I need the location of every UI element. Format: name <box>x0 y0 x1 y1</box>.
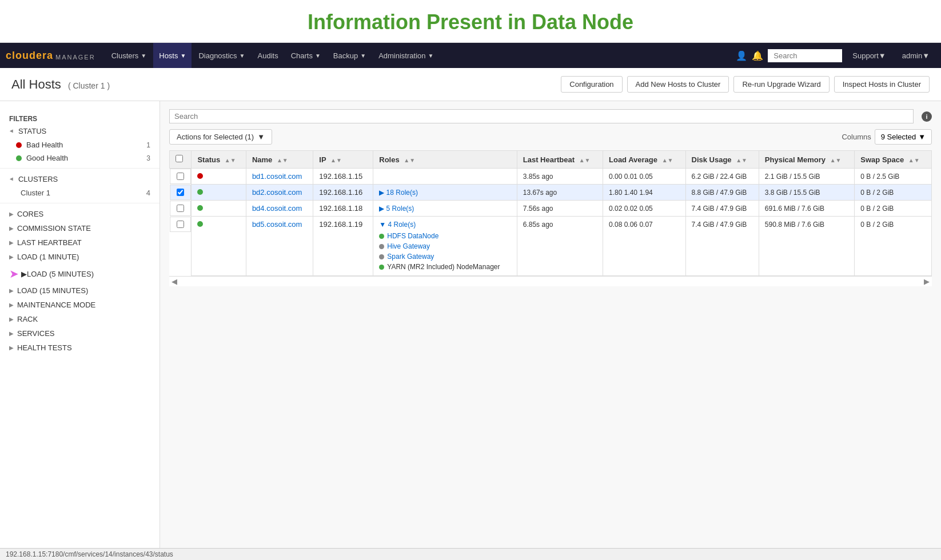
role-yarn-dot <box>379 265 384 270</box>
user-icon[interactable]: 👤 <box>736 50 747 61</box>
filter-good-health[interactable]: Good Health 3 <box>0 151 160 165</box>
row2-checkbox[interactable] <box>177 189 184 196</box>
search-input[interactable] <box>768 49 842 62</box>
th-roles[interactable]: Roles ▲▼ <box>373 151 517 169</box>
role-hdfs-link[interactable]: HDFS DataNode <box>387 232 438 240</box>
sidebar-cores-toggle[interactable]: ▶ CORES <box>0 207 160 221</box>
th-disk-usage[interactable]: Disk Usage ▲▼ <box>685 151 759 169</box>
sidebar-services-toggle[interactable]: ▶ SERVICES <box>0 326 160 341</box>
nav-audits[interactable]: Audits <box>252 43 284 68</box>
scroll-left-arrow[interactable]: ◀ <box>169 277 180 286</box>
load15-label: LOAD (15 MINUTES) <box>17 286 88 295</box>
good-health-count: 3 <box>146 154 150 162</box>
nav-clusters[interactable]: Clusters ▼ <box>106 43 153 68</box>
load1-arrow: ▶ <box>9 254 14 260</box>
columns-caret-icon: ▼ <box>918 133 926 141</box>
page-header: All Hosts ( Cluster 1 ) Configuration Ad… <box>0 68 941 101</box>
nav-right: 👤 🔔 Support ▼ admin ▼ <box>736 43 935 68</box>
row1-status-dot <box>197 173 203 179</box>
row2-ip: 192.168.1.16 <box>319 188 362 197</box>
row3-name[interactable]: bd4.cosoit.com <box>252 204 302 213</box>
row3-memory: 691.6 MiB / 7.6 GiB <box>765 205 824 213</box>
info-icon[interactable]: i <box>922 111 932 122</box>
th-name[interactable]: Name ▲▼ <box>246 151 313 169</box>
th-load-average[interactable]: Load Average ▲▼ <box>603 151 686 169</box>
th-ip[interactable]: IP ▲▼ <box>313 151 373 169</box>
search-input[interactable] <box>174 112 908 121</box>
inspect-hosts-button[interactable]: Inspect Hosts in Cluster <box>834 76 930 93</box>
filter-bad-health[interactable]: Bad Health 1 <box>0 138 160 151</box>
row4-roles-list: HDFS DataNode Hive Gateway Spark Gateway <box>379 231 511 272</box>
load15-arrow: ▶ <box>9 287 14 294</box>
sidebar-clusters-toggle[interactable]: ▼ CLUSTERS <box>0 172 160 186</box>
row2-roles[interactable]: ▶ 18 Role(s) <box>379 189 418 197</box>
cluster-1-item[interactable]: Cluster 1 4 <box>0 186 160 199</box>
sidebar-load15-toggle[interactable]: ▶ LOAD (15 MINUTES) <box>0 283 160 298</box>
row3-heartbeat: 7.56s ago <box>523 205 553 213</box>
status-bar: 192.168.1.15:7180/cmf/services/14/instan… <box>0 548 941 560</box>
lasthb-label: LAST HEARTBEAT <box>17 238 82 247</box>
row3-roles[interactable]: ▶ 5 Role(s) <box>379 205 414 213</box>
services-label: SERVICES <box>17 329 55 338</box>
scroll-bar[interactable]: ◀ ▶ <box>169 276 932 286</box>
row4-checkbox[interactable] <box>177 221 184 228</box>
rack-arrow: ▶ <box>9 316 14 322</box>
row4-roles-toggle[interactable]: ▼ 4 Role(s) <box>379 221 416 229</box>
sidebar-load5-toggle[interactable]: ➤ ▶ LOAD (5 MINUTES) <box>0 264 160 283</box>
th-physical-memory[interactable]: Physical Memory ▲▼ <box>759 151 854 169</box>
cluster-1-label: Cluster 1 <box>21 189 50 197</box>
select-all-checkbox[interactable] <box>176 155 183 162</box>
role-spark: Spark Gateway <box>379 251 511 262</box>
scroll-right-arrow[interactable]: ▶ <box>922 277 932 286</box>
configuration-button[interactable]: Configuration <box>561 76 622 93</box>
row3-status-dot <box>197 205 203 211</box>
good-health-label: Good Health <box>26 154 68 162</box>
sidebar-status-toggle[interactable]: ▼ STATUS <box>0 124 160 138</box>
row2-load: 1.80 1.40 1.94 <box>609 189 653 197</box>
support-btn[interactable]: Support ▼ <box>847 43 891 68</box>
row1-checkbox[interactable] <box>177 173 184 180</box>
nav-backup[interactable]: Backup ▼ <box>328 43 372 68</box>
sidebar-commission-toggle[interactable]: ▶ COMMISSION STATE <box>0 221 160 235</box>
brand-cloudera: cloudera <box>6 50 53 62</box>
row4-name[interactable]: bd5.cosoit.com <box>252 220 302 229</box>
sidebar-load1-toggle[interactable]: ▶ LOAD (1 MINUTE) <box>0 250 160 264</box>
bad-health-count: 1 <box>146 141 150 149</box>
row4-heartbeat: 6.85s ago <box>523 221 553 229</box>
columns-label: Columns <box>842 133 871 141</box>
status-arrow: ▼ <box>9 129 15 134</box>
maintenance-label: MAINTENANCE MODE <box>17 301 95 309</box>
table-row: bd4.cosoit.com 192.168.1.18 ▶ 5 Role(s) … <box>170 201 932 217</box>
table-row: bd2.cosoit.com 192.168.1.16 ▶ 18 Role(s)… <box>170 185 932 201</box>
columns-selected-button[interactable]: 9 Selected ▼ <box>875 129 932 145</box>
role-spark-link[interactable]: Spark Gateway <box>387 253 434 261</box>
actions-selected-button[interactable]: Actions for Selected (1) ▼ <box>169 129 272 145</box>
row1-name[interactable]: bd1.cosoit.com <box>252 172 302 181</box>
bell-icon[interactable]: 🔔 <box>752 50 763 61</box>
row3-checkbox[interactable] <box>177 205 184 212</box>
nav-administration[interactable]: Administration ▼ <box>373 43 439 68</box>
admin-btn[interactable]: admin ▼ <box>896 43 935 68</box>
nav-hosts[interactable]: Hosts ▼ <box>153 43 192 68</box>
rack-label: RACK <box>17 315 38 323</box>
nav-diagnostics[interactable]: Diagnostics ▼ <box>193 43 250 68</box>
add-new-hosts-button[interactable]: Add New Hosts to Cluster <box>627 76 729 93</box>
role-yarn-label: YARN (MR2 Included) NodeManager <box>387 263 500 271</box>
re-run-upgrade-button[interactable]: Re-run Upgrade Wizard <box>733 76 829 93</box>
row4-status-dot <box>197 221 203 227</box>
sidebar-maintenance-toggle[interactable]: ▶ MAINTENANCE MODE <box>0 298 160 312</box>
sidebar-lasthb-toggle[interactable]: ▶ LAST HEARTBEAT <box>0 235 160 250</box>
sidebar-rack-toggle[interactable]: ▶ RACK <box>0 312 160 326</box>
th-last-heartbeat[interactable]: Last Heartbeat ▲▼ <box>517 151 603 169</box>
role-hive-link[interactable]: Hive Gateway <box>387 242 430 250</box>
th-status[interactable]: Status ▲▼ <box>192 151 246 169</box>
cores-arrow: ▶ <box>9 211 14 217</box>
row2-name[interactable]: bd2.cosoit.com <box>252 188 302 197</box>
nav-charts[interactable]: Charts ▼ <box>285 43 326 68</box>
sidebar-healthtests-toggle[interactable]: ▶ HEALTH TESTS <box>0 341 160 355</box>
page-actions: Configuration Add New Hosts to Cluster R… <box>561 76 930 93</box>
row4-disk: 7.4 GiB / 47.9 GiB <box>692 221 747 229</box>
row2-heartbeat: 13.67s ago <box>523 189 557 197</box>
th-swap-space[interactable]: Swap Space ▲▼ <box>855 151 932 169</box>
role-hive: Hive Gateway <box>379 241 511 251</box>
